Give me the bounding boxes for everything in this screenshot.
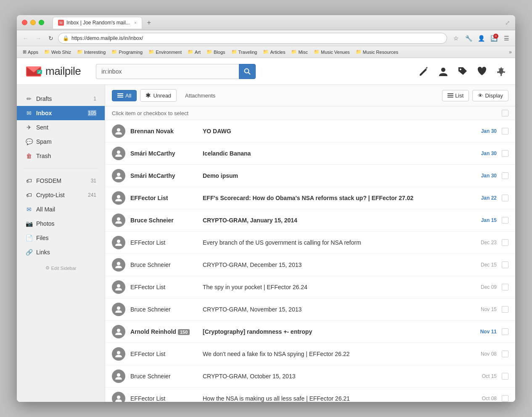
sidebar-item-trash[interactable]: 🗑 Trash <box>17 149 105 163</box>
sidebar-item-spam[interactable]: 💬 Spam <box>17 135 105 149</box>
sidebar-item-photos[interactable]: 📷 Photos <box>17 216 105 231</box>
email-checkbox[interactable] <box>502 172 508 179</box>
user-profile-button[interactable]: 👤 <box>476 33 487 44</box>
email-row[interactable]: Bruce SchneierCRYPTO-GRAM, January 15, 2… <box>105 209 515 232</box>
sync-button[interactable]: 🔄 0 <box>488 33 499 44</box>
extensions-button[interactable]: 🔧 <box>463 33 474 44</box>
url-text[interactable]: https://demo.mailpile.is/in/inbox/ <box>71 35 442 41</box>
toolbar-right: List 👁 Display <box>442 90 508 101</box>
email-row[interactable]: EFFector ListThe spy in your pocket | EF… <box>105 276 515 298</box>
bookmark-music-venues-label: Music Venues <box>321 50 349 55</box>
bookmark-music-venues[interactable]: 📁 Music Venues <box>311 48 352 55</box>
browser-tab-active[interactable]: M Inbox | Joe Random's mail... × <box>53 17 142 29</box>
email-checkbox[interactable] <box>502 150 508 157</box>
bookmark-webshiz[interactable]: 📁 Web Shiz <box>42 48 74 55</box>
email-row[interactable]: Smári McCarthyDemo ipsumJan 30 <box>105 165 515 187</box>
email-row[interactable]: EFFector ListWe don't need a fake fix to… <box>105 343 515 365</box>
search-input[interactable] <box>96 64 239 79</box>
reload-button[interactable]: ↻ <box>45 33 56 44</box>
list-view-button[interactable]: List <box>442 90 469 101</box>
email-date: Jan 30 <box>474 128 497 134</box>
display-view-button[interactable]: 👁 Display <box>472 90 508 101</box>
sidebar-item-drafts[interactable]: ✏ Drafts 1 <box>17 92 105 106</box>
email-row[interactable]: Brennan NovakYO DAWGJan 30 <box>105 120 515 143</box>
bookmark-environment[interactable]: 📁 Environment <box>146 48 184 55</box>
new-tab-button[interactable]: + <box>144 18 154 28</box>
email-row[interactable]: EFFector ListHow the NSA is making us al… <box>105 388 515 402</box>
email-checkbox[interactable] <box>502 261 508 268</box>
list-view-label: List <box>455 92 463 99</box>
folder-icon: 📁 <box>44 49 50 55</box>
email-checkbox[interactable] <box>502 284 508 290</box>
email-checkbox[interactable] <box>502 306 508 313</box>
filter-all-button[interactable]: All <box>112 90 137 101</box>
email-sender: Bruce Schneier <box>130 217 198 224</box>
sidebar-item-crypto-list[interactable]: 🏷 Crypto-List 241 <box>17 188 105 202</box>
email-checkbox[interactable] <box>502 195 508 201</box>
email-checkbox[interactable] <box>502 128 508 135</box>
bookmark-blogs[interactable]: 📁 Blogs <box>204 48 228 55</box>
filter-attachments-button[interactable]: Attachments <box>180 90 220 101</box>
nav-bar: ← → ↻ 🔒 https://demo.mailpile.is/in/inbo… <box>17 30 515 46</box>
bookmark-star-button[interactable]: ☆ <box>450 33 461 44</box>
email-row[interactable]: Bruce SchneierCRYPTO-GRAM, November 15, … <box>105 298 515 321</box>
email-checkbox[interactable] <box>502 395 508 402</box>
filter-unread-button[interactable]: ✱ Unread <box>140 89 177 102</box>
ssl-lock-icon: 🔒 <box>63 35 69 41</box>
bookmark-apps[interactable]: ⊞ Apps <box>20 48 41 55</box>
minimize-window-button[interactable] <box>30 20 36 25</box>
tab-close-button[interactable]: × <box>134 20 137 25</box>
settings-button[interactable] <box>496 66 507 77</box>
sidebar-item-links[interactable]: 🔗 Links <box>17 245 105 259</box>
back-button[interactable]: ← <box>20 33 31 44</box>
compose-button[interactable] <box>418 66 429 77</box>
email-row[interactable]: Bruce SchneierCRYPTO-GRAM, October 15, 2… <box>105 365 515 388</box>
email-subject: Icelandic Banana <box>203 150 468 157</box>
avatar <box>112 191 125 205</box>
email-checkbox[interactable] <box>502 217 508 224</box>
bookmark-art[interactable]: 📁 Art <box>185 48 203 55</box>
email-row[interactable]: EFFector ListEFF's Scorecard: How do Oba… <box>105 187 515 209</box>
contacts-button[interactable] <box>438 66 449 77</box>
bookmark-programing[interactable]: 📁 Programing <box>109 48 145 55</box>
bookmark-interesting[interactable]: 📁 Interesting <box>74 48 108 55</box>
sidebar-item-inbox[interactable]: ✉ Inbox 105 <box>17 106 105 120</box>
bookmark-music-resources[interactable]: 📁 Music Resources <box>353 48 401 55</box>
contacts-icon <box>438 66 449 77</box>
folder-icon: 📁 <box>148 49 154 55</box>
sidebar-item-all-mail[interactable]: ✉ All Mail <box>17 202 105 216</box>
avatar <box>112 392 125 402</box>
traffic-lights <box>22 20 44 25</box>
bookmark-traveling[interactable]: 📁 Traveling <box>229 48 260 55</box>
favorites-button[interactable] <box>476 66 487 77</box>
forward-button[interactable]: → <box>33 33 44 44</box>
sidebar-inbox-count: 105 <box>88 110 96 116</box>
bookmark-articles[interactable]: 📁 Articles <box>260 48 288 55</box>
email-checkbox[interactable] <box>502 328 508 335</box>
search-button[interactable] <box>239 64 256 79</box>
svg-point-18 <box>117 173 120 176</box>
email-row[interactable]: Smári McCarthyIcelandic BananaJan 30 <box>105 143 515 165</box>
email-list: Brennan NovakYO DAWGJan 30Smári McCarthy… <box>105 120 515 402</box>
maximize-window-button[interactable] <box>39 20 44 25</box>
email-row[interactable]: Arnold Reinhold150[Cryptography] randomn… <box>105 321 515 343</box>
bookmarks-more-button[interactable]: » <box>509 49 512 55</box>
search-bar <box>96 64 256 79</box>
select-all-checkbox[interactable] <box>502 110 508 116</box>
tags-button[interactable] <box>457 66 468 77</box>
svg-point-28 <box>117 396 120 399</box>
email-count-badge: 150 <box>178 329 190 335</box>
bookmark-misc[interactable]: 📁 Misc <box>288 48 310 55</box>
email-row[interactable]: EFFector ListEvery branch of the US gove… <box>105 232 515 254</box>
edit-sidebar-button[interactable]: ⚙ Edit Sidebar <box>17 261 105 275</box>
email-checkbox[interactable] <box>502 351 508 357</box>
email-checkbox[interactable] <box>502 239 508 246</box>
email-checkbox[interactable] <box>502 373 508 380</box>
sidebar-item-fosdem[interactable]: 🏷 FOSDEM 31 <box>17 174 105 188</box>
sidebar-item-sent[interactable]: ✈ Sent <box>17 120 105 135</box>
browser-window: M Inbox | Joe Random's mail... × + ⤢ ← →… <box>17 15 515 402</box>
email-row[interactable]: Bruce SchneierCRYPTO-GRAM, December 15, … <box>105 254 515 276</box>
menu-button[interactable]: ☰ <box>501 33 512 44</box>
sidebar-item-files[interactable]: 📄 Files <box>17 231 105 245</box>
close-window-button[interactable] <box>22 20 27 25</box>
